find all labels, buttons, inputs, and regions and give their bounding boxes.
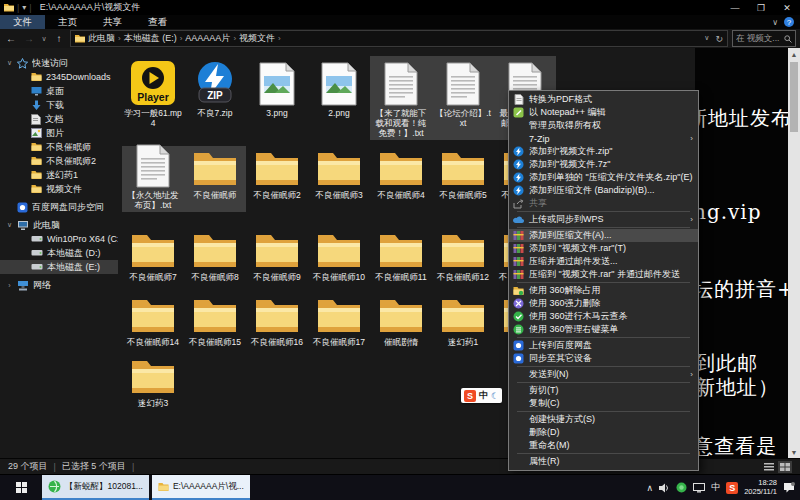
tab-主页[interactable]: 主页 bbox=[45, 15, 90, 29]
file-item[interactable]: 3.png bbox=[246, 56, 308, 140]
address-dropdown-icon[interactable]: ∨ bbox=[704, 34, 709, 44]
scroll-up-icon[interactable]: ▲ bbox=[788, 48, 800, 60]
recent-locations-icon[interactable]: ∨ bbox=[40, 35, 48, 43]
back-button[interactable]: ← bbox=[4, 33, 18, 44]
file-item[interactable]: 2.png bbox=[308, 56, 370, 140]
sogou-ime-bar[interactable]: S 中 ☾ bbox=[461, 388, 502, 403]
menu-item[interactable]: 共享 bbox=[509, 197, 698, 210]
file-item[interactable]: 不良催眠师10 bbox=[308, 228, 370, 284]
sidebar-item-视频文件[interactable]: 视频文件 bbox=[0, 182, 118, 196]
menu-item[interactable]: 复制(C) bbox=[509, 397, 698, 410]
minimize-button[interactable]: — bbox=[722, 0, 748, 15]
network-tray-icon[interactable] bbox=[693, 483, 705, 493]
file-item[interactable]: 不良催眠师4 bbox=[370, 146, 432, 212]
file-item[interactable]: 催眠剧情 bbox=[370, 293, 432, 349]
menu-item[interactable]: 7-Zip› bbox=[509, 132, 698, 145]
sidebar-item-百度网盘同步空间[interactable]: 百度网盘同步空间 bbox=[0, 200, 118, 214]
file-item[interactable]: 不良催眠师8 bbox=[184, 228, 246, 284]
expand-chevron-icon[interactable]: › bbox=[6, 282, 13, 289]
taskbar-button[interactable]: 【新蜕醒】102081... bbox=[42, 475, 149, 500]
menu-item[interactable]: 使用 360进行木马云查杀 bbox=[509, 310, 698, 323]
menu-item[interactable]: 上传或同步到WPS› bbox=[509, 213, 698, 226]
file-item[interactable]: 不良催眠师3 bbox=[308, 146, 370, 212]
scrollbar-thumb[interactable] bbox=[790, 62, 798, 132]
file-item[interactable]: Player学习一般61.mp4 bbox=[122, 56, 184, 140]
menu-item[interactable]: 添加到压缩文件(A)... bbox=[509, 229, 698, 242]
sidebar-item-不良催眠师2[interactable]: 不良催眠师2 bbox=[0, 154, 118, 168]
file-item[interactable]: 不良催眠师15 bbox=[184, 293, 246, 349]
menu-item[interactable]: 同步至其它设备 bbox=[509, 352, 698, 365]
start-button[interactable] bbox=[0, 475, 42, 500]
file-item[interactable]: 【来了就能下载和观看！纯免费！】.txt bbox=[370, 56, 432, 140]
scroll-down-icon[interactable]: ▼ bbox=[788, 446, 800, 458]
sidebar-item-网络[interactable]: ›网络 bbox=[0, 278, 118, 292]
breadcrumb-segment[interactable]: AAAAAA片 bbox=[185, 32, 230, 45]
forward-button[interactable]: → bbox=[22, 33, 36, 44]
sidebar-item-不良催眠师[interactable]: 不良催眠师 bbox=[0, 140, 118, 154]
tab-查看[interactable]: 查看 bbox=[135, 15, 180, 29]
file-item[interactable]: 迷幻药1 bbox=[432, 293, 494, 349]
menu-item[interactable]: 压缩并通过邮件发送... bbox=[509, 255, 698, 268]
menu-item[interactable]: 删除(D) bbox=[509, 426, 698, 439]
sidebar-item-Win10Pro X64 (C:)[interactable]: Win10Pro X64 (C:) bbox=[0, 232, 118, 246]
taskbar-button[interactable]: E:\AAAAAA片\视... bbox=[152, 475, 250, 500]
details-view-icon[interactable] bbox=[762, 461, 776, 473]
help-icon[interactable]: ? bbox=[784, 17, 794, 27]
file-item[interactable]: 【论坛介绍】.txt bbox=[432, 56, 494, 140]
file-item[interactable]: 不良催眠师12 bbox=[432, 228, 494, 284]
menu-item[interactable]: 压缩到 "视频文件.rar" 并通过邮件发送 bbox=[509, 268, 698, 281]
moon-icon[interactable]: ☾ bbox=[491, 391, 499, 401]
sidebar-item-本地磁盘 (E:)[interactable]: 本地磁盘 (E:) bbox=[0, 260, 118, 274]
volume-icon[interactable] bbox=[659, 483, 670, 493]
sidebar-item-文档[interactable]: 文档 bbox=[0, 112, 118, 126]
thumbnail-view-icon[interactable] bbox=[778, 461, 792, 473]
breadcrumb-segment[interactable]: 此电脑 bbox=[88, 32, 115, 45]
menu-item[interactable]: 上传到百度网盘 bbox=[509, 339, 698, 352]
sidebar-item-桌面[interactable]: 桌面 bbox=[0, 84, 118, 98]
refresh-icon[interactable]: ↻ bbox=[715, 34, 723, 44]
breadcrumb-segment[interactable]: 本地磁盘 (E:) bbox=[124, 32, 177, 45]
sogou-tray-icon[interactable]: S bbox=[726, 482, 738, 494]
tray-expand-icon[interactable]: ∧ bbox=[647, 483, 654, 493]
sogou-logo-icon[interactable]: S bbox=[464, 390, 476, 402]
360-safe-icon[interactable] bbox=[676, 482, 687, 493]
sidebar-item-下载[interactable]: 下载 bbox=[0, 98, 118, 112]
sidebar-item-迷幻药1[interactable]: 迷幻药1 bbox=[0, 168, 118, 182]
menu-item[interactable]: 剪切(T) bbox=[509, 384, 698, 397]
up-button[interactable]: ↑ bbox=[52, 33, 66, 44]
sidebar-item-本地磁盘 (D:)[interactable]: 本地磁盘 (D:) bbox=[0, 246, 118, 260]
menu-item[interactable]: 使用 360解除占用 bbox=[509, 284, 698, 297]
file-item[interactable]: 不良催眠师5 bbox=[432, 146, 494, 212]
file-item[interactable]: 不良催眠师9 bbox=[246, 228, 308, 284]
menu-item[interactable]: 管理员取得所有权 bbox=[509, 119, 698, 132]
expand-chevron-icon[interactable]: ∨ bbox=[6, 59, 13, 67]
menu-item[interactable]: 添加到"视频文件.zip" bbox=[509, 145, 698, 158]
sidebar-item-快速访问[interactable]: ∨快速访问 bbox=[0, 56, 118, 70]
search-input[interactable]: 在 视频文... bbox=[732, 30, 796, 47]
menu-item[interactable]: 属性(R) bbox=[509, 455, 698, 468]
menu-item[interactable]: 转换为PDF格式 bbox=[509, 93, 698, 106]
file-item[interactable]: 不良催眠师16 bbox=[246, 293, 308, 349]
quick-access-toolbar[interactable]: | ▾ | bbox=[0, 3, 36, 13]
breadcrumb-segment[interactable]: 视频文件 bbox=[239, 32, 275, 45]
file-item[interactable]: ZIP不良7.zip bbox=[184, 56, 246, 140]
sidebar-item-此电脑[interactable]: ∨此电脑 bbox=[0, 218, 118, 232]
file-item[interactable]: 不良催眠师17 bbox=[308, 293, 370, 349]
file-item[interactable]: 【永久地址发布页】.txt bbox=[122, 146, 184, 212]
qat-dropdown-icon[interactable]: ▾ bbox=[22, 3, 26, 12]
expand-chevron-icon[interactable]: ∨ bbox=[6, 221, 13, 229]
file-item[interactable]: 不良催眠师 bbox=[184, 146, 246, 212]
sidebar-item-2345Downloads[interactable]: 2345Downloads bbox=[0, 70, 118, 84]
menu-item[interactable]: 添加到压缩文件 (Bandizip)(B)... bbox=[509, 184, 698, 197]
menu-item[interactable]: 使用 360管理右键菜单 bbox=[509, 323, 698, 336]
ime-tray-label[interactable]: 中 bbox=[711, 481, 720, 494]
menu-item[interactable]: 发送到(N)› bbox=[509, 368, 698, 381]
menu-item[interactable]: 添加到单独的 "压缩文件/文件夹名.zip"(E) bbox=[509, 171, 698, 184]
file-item[interactable]: 不良催眠师11 bbox=[370, 228, 432, 284]
menu-item[interactable]: 添加到 "视频文件.rar"(T) bbox=[509, 242, 698, 255]
address-bar[interactable]: 此电脑›本地磁盘 (E:)›AAAAAA片›视频文件› ∨ ↻ bbox=[70, 30, 728, 47]
file-item[interactable]: 迷幻药3 bbox=[122, 354, 184, 410]
tab-文件[interactable]: 文件 bbox=[0, 15, 45, 29]
close-button[interactable]: ✕ bbox=[774, 0, 800, 15]
file-item[interactable]: 不良催眠师14 bbox=[122, 293, 184, 349]
